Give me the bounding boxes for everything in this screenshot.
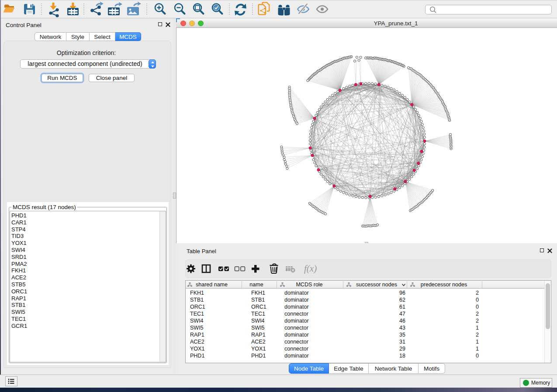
svg-text:f(x): f(x) bbox=[304, 263, 317, 274]
